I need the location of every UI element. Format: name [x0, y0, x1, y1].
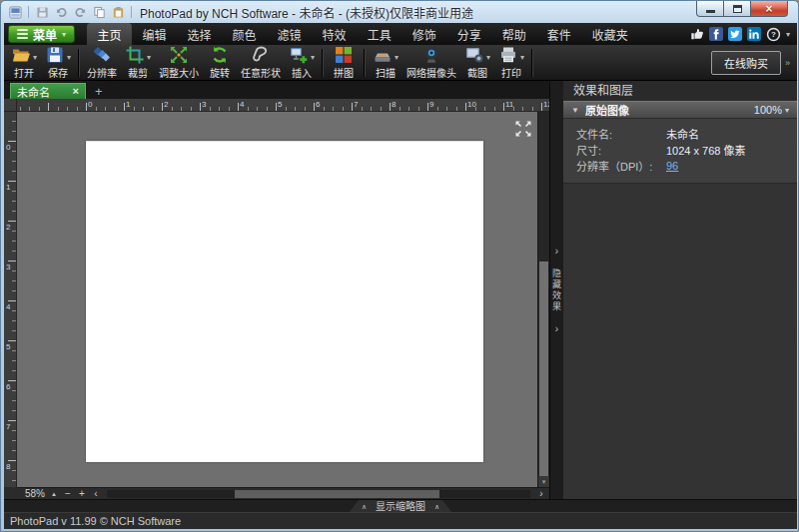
dropdown-caret-icon[interactable]: ▾	[147, 53, 151, 62]
horizontal-ruler: 0123456789101112	[17, 99, 549, 112]
toolbar-button-任意形状[interactable]: 任意形状	[237, 46, 285, 80]
undo-icon[interactable]	[53, 5, 69, 20]
tab-套件[interactable]: 套件	[536, 23, 581, 45]
linkedin-icon[interactable]	[747, 27, 761, 41]
thumbs-up-icon[interactable]	[690, 27, 704, 41]
ruler-label: 7	[6, 422, 10, 431]
copy-icon[interactable]	[91, 5, 107, 20]
close-button[interactable]: ×	[750, 1, 788, 17]
document-tab-untitled[interactable]: 未命名 ×	[10, 83, 86, 99]
dropdown-caret-icon[interactable]: ▾	[520, 53, 524, 62]
scroll-down-icon[interactable]: ▾	[538, 476, 549, 487]
dropdown-caret-icon[interactable]: ▾	[67, 53, 71, 62]
tab-帮助[interactable]: 帮助	[491, 23, 536, 45]
window-title: PhotoPad by NCH Software - 未命名 - (未授权)仅限…	[140, 4, 792, 21]
menu-button[interactable]: 菜单 ▾	[8, 25, 75, 43]
svg-text:?: ?	[771, 30, 776, 39]
toolbar-button-插入[interactable]: ▾插入	[285, 46, 319, 80]
fit-to-screen-icon[interactable]	[514, 120, 532, 138]
canvas-page[interactable]	[86, 141, 483, 462]
toolbar-button-拼图[interactable]: 拼图	[327, 46, 361, 80]
tab-滤镜[interactable]: 滤镜	[267, 23, 312, 45]
dropdown-caret-icon[interactable]: ▾	[311, 53, 315, 62]
canvas-viewport[interactable]	[17, 112, 537, 487]
dropdown-caret-icon[interactable]: ▾	[395, 53, 399, 62]
tab-主页[interactable]: 主页	[87, 23, 132, 45]
toolbar-button-label: 扫描	[376, 68, 396, 79]
toolbar-button-打开[interactable]: ▾打开	[7, 46, 41, 80]
original-image-section-header[interactable]: ▼ 原始图像 100% ▾	[563, 101, 797, 119]
ruler-label: 6	[316, 100, 320, 109]
menu-button-label: 菜单	[33, 26, 57, 43]
ruler-label: 0	[6, 143, 10, 152]
tab-修饰[interactable]: 修饰	[401, 23, 446, 45]
resolution-icon	[92, 45, 112, 69]
zoom-out-button[interactable]: −	[63, 489, 73, 499]
toolbar-separator	[322, 49, 324, 77]
panel-title: 效果和图层	[563, 81, 797, 101]
ruler-label: 1	[126, 100, 130, 109]
tab-特效[interactable]: 特效	[312, 23, 357, 45]
tab-颜色[interactable]: 颜色	[222, 23, 267, 45]
image-info: 文件名:未命名尺寸:1024 x 768 像素分辨率（DPI）:96	[563, 119, 797, 184]
toolbar-overflow-button[interactable]: »	[781, 58, 794, 68]
ruler-label: 3	[202, 100, 206, 109]
redo-icon[interactable]	[72, 5, 88, 20]
hamburger-icon	[17, 29, 28, 39]
toolbar-button-网络摄像头[interactable]: 网络摄像头	[402, 46, 460, 80]
ruler-label: 2	[6, 223, 10, 232]
expander-triangle-icon[interactable]: ▼	[571, 106, 579, 115]
chevron-up-icon: ∧	[434, 503, 439, 510]
tab-分享[interactable]: 分享	[446, 23, 491, 45]
separator	[131, 6, 132, 18]
minimize-button[interactable]	[696, 1, 724, 17]
ribbon-toolbar: ▾打开▾保存分辨率▾裁剪调整大小旋转任意形状▾插入拼图▾扫描网络摄像头▾截图▾打…	[4, 45, 797, 81]
tab-收藏夹[interactable]: 收藏夹	[581, 23, 638, 45]
tab-工具[interactable]: 工具	[357, 23, 401, 45]
tab-编辑[interactable]: 编辑	[132, 23, 177, 45]
facebook-icon[interactable]	[709, 27, 723, 41]
dropdown-caret-icon[interactable]: ▾	[33, 53, 37, 62]
twitter-icon[interactable]	[728, 27, 742, 41]
titlebar: PhotoPad by NCH Software - 未命名 - (未授权)仅限…	[1, 1, 798, 23]
info-row: 尺寸:1024 x 768 像素	[563, 142, 797, 158]
paste-icon[interactable]	[110, 5, 126, 20]
new-tab-button[interactable]: +	[95, 84, 103, 99]
toolbar-button-保存[interactable]: ▾保存	[41, 46, 75, 80]
layer-opacity-dropdown[interactable]: 100% ▾	[754, 104, 789, 116]
zoom-menu-caret-icon[interactable]: ▴	[49, 489, 59, 499]
save-small-icon[interactable]	[34, 5, 50, 20]
insert-icon	[289, 45, 309, 69]
scroll-left-icon[interactable]: ‹	[91, 489, 101, 499]
toolbar-button-旋转[interactable]: 旋转	[203, 46, 237, 80]
maximize-button[interactable]	[724, 1, 750, 17]
toolbar-button-裁剪[interactable]: ▾裁剪	[121, 46, 155, 80]
zoombar-filler	[4, 487, 17, 499]
vertical-scrollbar-thumb[interactable]	[539, 262, 548, 483]
app-body: 菜单 ▾ 主页编辑选择颜色滤镜特效工具修饰分享帮助套件收藏夹 ?▾ ▾打开▾保存…	[4, 23, 797, 529]
zoom-level[interactable]: 58%	[20, 488, 45, 499]
horizontal-scrollbar-thumb[interactable]	[235, 490, 439, 498]
buy-online-button[interactable]: 在线购买	[711, 51, 781, 75]
toolbar-button-label: 插入	[292, 68, 312, 79]
toolbar-button-打印[interactable]: ▾打印	[494, 46, 528, 80]
panel-collapse-strip[interactable]: › 隐藏效果 ›	[549, 81, 563, 499]
tab-选择[interactable]: 选择	[177, 23, 222, 45]
dpi-link[interactable]: 96	[666, 160, 678, 172]
menu-tabs: 主页编辑选择颜色滤镜特效工具修饰分享帮助套件收藏夹	[87, 23, 690, 45]
zoom-in-button[interactable]: +	[77, 489, 87, 499]
dropdown-caret-icon[interactable]: ▾	[486, 53, 490, 62]
vertical-scrollbar[interactable]: ▾	[537, 112, 549, 487]
help-icon[interactable]: ?	[766, 27, 781, 42]
toolbar-button-扫描[interactable]: ▾扫描	[369, 46, 402, 80]
scroll-right-icon[interactable]: ›	[536, 489, 546, 499]
close-tab-icon[interactable]: ×	[73, 86, 79, 97]
info-value: 未命名	[666, 126, 699, 142]
horizontal-scrollbar[interactable]	[107, 490, 530, 498]
ruler-label: 9	[429, 100, 433, 109]
toolbar-button-调整大小[interactable]: 调整大小	[155, 46, 203, 80]
toolbar-button-分辨率[interactable]: 分辨率	[83, 46, 121, 80]
ruler-label: 5	[6, 342, 10, 351]
toolbar-button-截图[interactable]: ▾截图	[460, 46, 494, 80]
ruler-corner	[4, 99, 17, 112]
